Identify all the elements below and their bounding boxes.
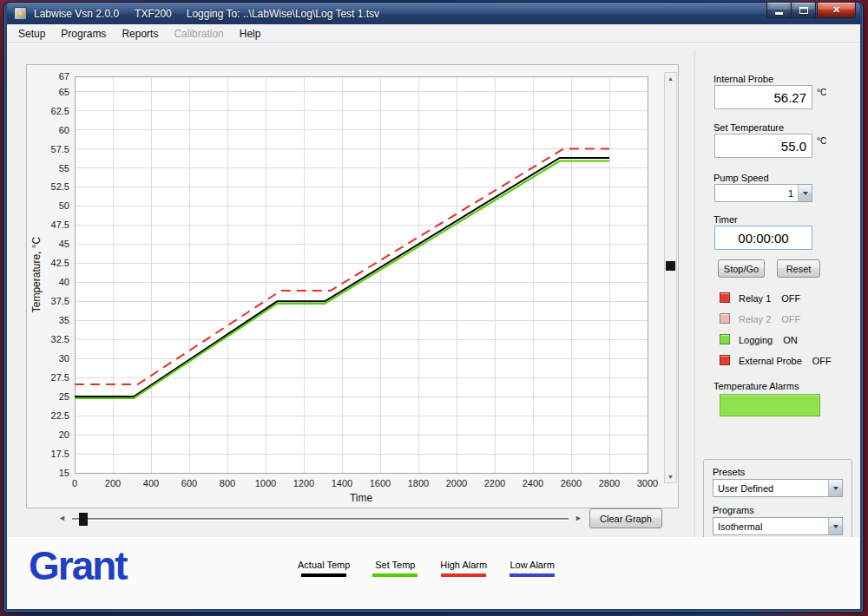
svg-text:22.5: 22.5 <box>51 410 69 421</box>
menu-reports[interactable]: Reports <box>114 25 166 43</box>
programs-select[interactable]: Isothermal <box>713 517 843 535</box>
presets-label: Presets <box>713 467 745 477</box>
slider-track[interactable] <box>72 518 569 521</box>
presets-groupbox: Presets User Defined Programs Isothermal <box>703 459 852 549</box>
svg-text:30: 30 <box>59 353 69 364</box>
clear-graph-button[interactable]: Clear Graph <box>589 508 662 528</box>
close-button[interactable]: ✕ <box>817 3 856 18</box>
vertical-scroll-thumb[interactable] <box>666 261 675 271</box>
svg-text:32.5: 32.5 <box>51 334 69 344</box>
svg-text:1800: 1800 <box>408 478 429 488</box>
svg-text:62.5: 62.5 <box>51 106 69 116</box>
svg-text:67: 67 <box>59 71 69 82</box>
relay1-state: OFF <box>781 293 800 304</box>
menu-calibration: Calibration <box>166 25 231 43</box>
svg-text:400: 400 <box>143 478 159 488</box>
svg-text:40: 40 <box>59 277 69 287</box>
svg-text:65: 65 <box>59 87 69 97</box>
maximize-icon <box>799 7 808 14</box>
svg-text:1000: 1000 <box>255 478 276 488</box>
svg-text:15: 15 <box>59 468 69 478</box>
legend-set-temp: Set Temp <box>372 560 418 577</box>
svg-text:55: 55 <box>59 163 69 174</box>
logging-led-icon <box>720 334 730 344</box>
svg-text:1200: 1200 <box>293 478 314 488</box>
temperature-chart: 1517.52022.52527.53032.53537.54042.54547… <box>27 65 664 508</box>
presets-value: User Defined <box>713 483 828 494</box>
svg-text:37.5: 37.5 <box>51 296 69 306</box>
internal-probe-unit: °C <box>817 88 826 97</box>
programs-label: Programs <box>713 505 754 515</box>
timer-label: Timer <box>713 214 738 225</box>
scroll-up-icon[interactable]: ▲ <box>665 73 676 84</box>
internal-probe-value: 56.27 <box>714 85 812 109</box>
minimize-button[interactable] <box>766 3 792 18</box>
menu-setup[interactable]: Setup <box>10 25 53 43</box>
presets-dropdown-button[interactable] <box>828 480 842 496</box>
menu-programs[interactable]: Programs <box>53 25 114 43</box>
external-probe-led-icon <box>720 355 730 365</box>
svg-text:52.5: 52.5 <box>51 181 69 192</box>
chart-horizontal-slider[interactable]: ◄ ► <box>58 511 582 527</box>
pump-speed-value: 1 <box>715 188 798 199</box>
slider-right-icon[interactable]: ► <box>575 514 582 522</box>
minimize-icon <box>775 12 783 15</box>
relay2-state: OFF <box>781 314 800 324</box>
svg-text:2800: 2800 <box>599 478 620 488</box>
temperature-alarms-status <box>720 394 820 416</box>
footer: Grant Actual Temp Set Temp High Alarm <box>8 537 859 609</box>
timer-value: 00:00:00 <box>738 231 788 246</box>
svg-text:25: 25 <box>59 391 69 402</box>
close-icon: ✕ <box>832 5 840 15</box>
menubar: Setup Programs Reports Calibration Help <box>7 24 860 43</box>
external-probe-state: OFF <box>812 356 832 366</box>
chart-vertical-scrollbar[interactable]: ▲ ▼ <box>664 72 677 483</box>
timer-field[interactable]: 00:00:00 <box>714 226 812 250</box>
app-icon <box>14 7 27 20</box>
maximize-button[interactable] <box>792 3 816 18</box>
reset-button[interactable]: Reset <box>777 259 820 278</box>
relay1-indicator: Relay 1OFF <box>739 293 800 304</box>
set-temp-swatch <box>372 573 418 577</box>
svg-text:600: 600 <box>181 478 197 488</box>
svg-text:200: 200 <box>105 478 121 488</box>
titlebar[interactable]: Labwise Vsn 2.0.0 TXF200 Logging To: ..\… <box>7 3 860 24</box>
set-temperature-unit: °C <box>817 136 826 146</box>
legend-low-alarm: Low Alarm <box>510 560 555 577</box>
slider-left-icon[interactable]: ◄ <box>58 514 66 522</box>
svg-text:2400: 2400 <box>523 478 543 488</box>
relay2-indicator: Relay 2OFF <box>739 314 800 324</box>
horizontal-slider-thumb[interactable] <box>79 513 88 526</box>
svg-text:2600: 2600 <box>561 478 582 488</box>
legend-label: Low Alarm <box>510 560 554 570</box>
high-alarm-swatch <box>441 573 486 577</box>
legend-label: Actual Temp <box>298 560 350 570</box>
presets-select[interactable]: User Defined <box>713 479 843 497</box>
pump-speed-select[interactable]: 1 <box>714 184 812 202</box>
svg-text:45: 45 <box>59 239 69 249</box>
logging-indicator: LoggingON <box>739 335 798 345</box>
window-title: Labwise Vsn 2.0.0 <box>34 8 119 20</box>
low-alarm-swatch <box>510 573 555 577</box>
set-temperature-label: Set Temperature <box>713 122 784 133</box>
svg-text:42.5: 42.5 <box>51 258 69 268</box>
svg-text:3000: 3000 <box>637 478 658 488</box>
chevron-down-icon <box>833 487 838 490</box>
stop-go-button[interactable]: Stop/Go <box>718 259 765 278</box>
svg-text:60: 60 <box>59 125 69 135</box>
programs-dropdown-button[interactable] <box>828 518 842 534</box>
svg-text:Time: Time <box>350 492 373 504</box>
svg-text:20: 20 <box>59 429 69 440</box>
menu-help[interactable]: Help <box>232 25 269 43</box>
window-title-logging: Logging To: ..\LabWise\Log\Log Test 1.ts… <box>187 8 379 20</box>
chart-legend: Actual Temp Set Temp High Alarm Low Alar… <box>298 560 555 577</box>
scroll-down-icon[interactable]: ▼ <box>665 471 676 482</box>
svg-text:1600: 1600 <box>370 478 391 488</box>
svg-text:2200: 2200 <box>484 478 505 488</box>
svg-text:800: 800 <box>220 478 235 488</box>
svg-text:17.5: 17.5 <box>51 449 69 459</box>
set-temperature-field[interactable]: 55.0 <box>714 134 812 158</box>
actual-temp-swatch <box>301 573 346 577</box>
client-area: 1517.52022.52527.53032.53537.54042.54547… <box>7 43 860 609</box>
pump-speed-dropdown-button[interactable] <box>798 185 812 201</box>
